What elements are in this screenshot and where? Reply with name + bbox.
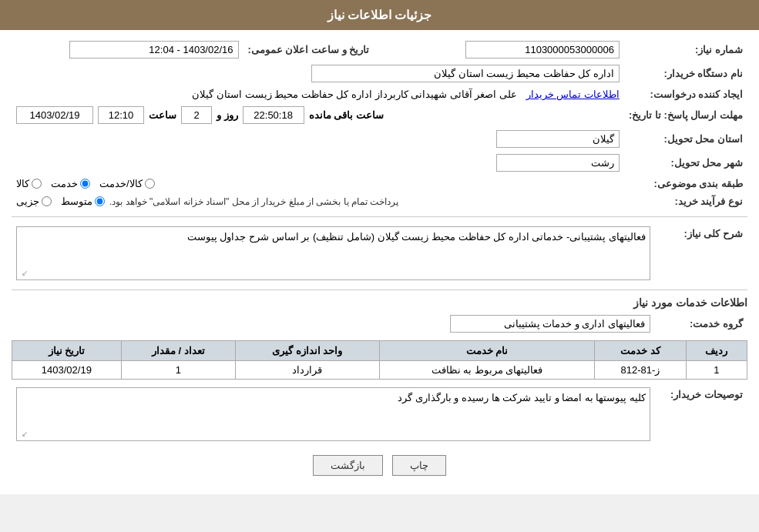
shahrTahvil-input: رشت: [496, 154, 620, 172]
tarikhErsal-mande-label: ساعت باقی مانده: [309, 109, 384, 121]
toosihat-label: توصیحات خریدار:: [655, 384, 747, 444]
sharhKoli-value: فعالیتهای پشتیبانی- خدماتی اداره کل حفاظ…: [12, 223, 655, 283]
cell-radif: 1: [686, 361, 747, 380]
grohe-table: گروه خدمت: فعالیتهای اداری و خدمات پشتیب…: [12, 312, 747, 336]
toosihat-value: کلیه پیوستها به امضا و تایید شرکت ها رسی…: [12, 384, 655, 444]
radio-kala-khedmat[interactable]: کالا/خدمت: [99, 178, 155, 189]
shomareNiaz-input: 1103000053000006: [465, 41, 620, 59]
noefarayand-note: پرداخت تمام یا بخشی از مبلغ خریدار از مح…: [109, 196, 398, 207]
namDastgah-value: اداره کل حفاظت محیط زیست استان گیلان: [12, 62, 624, 85]
row-shomareNiaz: شماره نیاز: 1103000053000006 تاریخ و ساع…: [12, 38, 747, 62]
col-nam: نام خدمت: [379, 341, 594, 361]
radio-motevaset-label: متوسط: [61, 196, 92, 207]
shomareNiaz-label: شماره نیاز:: [624, 38, 747, 62]
tarikhElam-value: 1403/02/16 - 12:04: [12, 38, 243, 62]
radio-kala-label: کالا: [16, 178, 29, 189]
row-ijadKonande: ایجاد کننده درخواست: اطلاعات تماس خریدار…: [12, 85, 747, 103]
toosihat-table: توصیحات خریدار: کلیه پیوستها به امضا و ت…: [12, 384, 747, 444]
tarikhErsal-rooz: 2: [181, 106, 212, 124]
cell-tarikh: 1403/02/19: [12, 361, 122, 380]
back-button[interactable]: بازگشت: [313, 455, 383, 476]
divider-1: [12, 216, 747, 217]
shahrTahvil-value: رشت: [12, 151, 624, 175]
etelaat-khedamat-title: اطلاعات خدمات مورد نیاز: [12, 296, 747, 309]
radio-kala[interactable]: کالا: [16, 178, 42, 189]
row-shahrTahvil: شهر محل تحویل: رشت: [12, 151, 747, 175]
sharhKoli-box: فعالیتهای پشتیبانی- خدماتی اداره کل حفاظ…: [16, 226, 650, 280]
divider-2: [12, 289, 747, 290]
page-header: جزئیات اطلاعات نیاز: [0, 0, 759, 30]
ijadKonande-label: ایجاد کننده درخواست:: [624, 85, 747, 103]
row-sharhKoli: شرح کلی نیاز: فعالیتهای پشتیبانی- خدماتی…: [12, 223, 747, 283]
sharhKoli-text: فعالیتهای پشتیبانی- خدماتی اداره کل حفاظ…: [187, 231, 646, 243]
tabaghe-label: طبقه بندی موضوعی:: [624, 175, 747, 192]
resize-handle-sharh[interactable]: ↙: [18, 269, 28, 278]
ostanTahvil-input: گیلان: [496, 130, 620, 148]
ijadKonande-value: اطلاعات تماس خریدار علی اصغر آقائی شهیدا…: [12, 85, 624, 103]
col-tedad: تعداد / مقدار: [121, 341, 235, 361]
ostanTahvil-value: گیلان: [12, 127, 624, 151]
col-kod: کد خدمت: [595, 341, 686, 361]
row-toosihat: توصیحات خریدار: کلیه پیوستها به امضا و ت…: [12, 384, 747, 444]
tarikhElam-input: 1403/02/16 - 12:04: [69, 41, 239, 59]
radio-motevaset[interactable]: متوسط: [61, 196, 105, 207]
tabaghe-radios: کالا/خدمت خدمت کالا: [12, 175, 624, 192]
table-header-row: ردیف کد خدمت نام خدمت واحد اندازه گیری ت…: [12, 341, 747, 361]
radio-jozi-label: جزیی: [16, 196, 39, 207]
noefarayand-label: نوع فرآیند خرید:: [624, 192, 747, 210]
row-noefarayand: نوع فرآیند خرید: پرداخت تمام یا بخشی از …: [12, 192, 747, 210]
print-button[interactable]: چاپ: [392, 455, 446, 476]
row-ostanTahvil: استان محل تحویل: گیلان: [12, 127, 747, 151]
tarikhErsal-saat: 12:10: [98, 106, 144, 124]
ijadKonande-text: علی اصغر آقائی شهیدانی کاربرداز اداره کل…: [192, 89, 517, 100]
resize-handle-toosihat[interactable]: ↙: [18, 430, 28, 439]
sharh-table: شرح کلی نیاز: فعالیتهای پشتیبانی- خدماتی…: [12, 223, 747, 283]
row-groheKhedmat: گروه خدمت: فعالیتهای اداری و خدمات پشتیب…: [12, 312, 747, 336]
tarikhErsal-label: مهلت ارسال پاسخ: تا تاریخ:: [624, 103, 747, 127]
shahrTahvil-label: شهر محل تحویل:: [624, 151, 747, 175]
groheKhedmat-input: فعالیتهای اداری و خدمات پشتیبانی: [450, 315, 650, 333]
radio-kala-khedmat-label: کالا/خدمت: [99, 178, 143, 189]
radio-jozi[interactable]: جزیی: [16, 196, 52, 207]
tarikhElam-label: تاریخ و ساعت اعلان عمومی:: [243, 38, 374, 62]
shomareNiaz-value: 1103000053000006: [412, 38, 624, 62]
cell-tedad: 1: [121, 361, 235, 380]
content-area: شماره نیاز: 1103000053000006 تاریخ و ساع…: [0, 30, 759, 494]
row-tarikhErsal: مهلت ارسال پاسخ: تا تاریخ: ساعت باقی مان…: [12, 103, 747, 127]
tarikhErsal-rooz-label: روز و: [217, 109, 238, 121]
cell-kod: ز-81-812: [595, 361, 686, 380]
table-row: 1ز-81-812فعالیتهای مربوط به نظافتقرارداد…: [12, 361, 747, 380]
col-tarikh: تاریخ نیاز: [12, 341, 122, 361]
tarikhErsal-date: 1403/02/19: [16, 106, 93, 124]
col-radif: ردیف: [686, 341, 747, 361]
main-info-table: شماره نیاز: 1103000053000006 تاریخ و ساع…: [12, 38, 747, 210]
cell-nam: فعالیتهای مربوط به نظافت: [379, 361, 594, 380]
toosihat-box: کلیه پیوستها به امضا و تایید شرکت ها رسی…: [16, 387, 650, 441]
radio-khedmat[interactable]: خدمت: [51, 178, 90, 189]
groheKhedmat-label: گروه خدمت:: [655, 312, 747, 336]
groheKhedmat-value: فعالیتهای اداری و خدمات پشتیبانی: [12, 312, 655, 336]
page-title: جزئیات اطلاعات نیاز: [327, 8, 432, 22]
ijadKonande-link[interactable]: اطلاعات تماس خریدار: [526, 89, 620, 100]
row-namDastgah: نام دستگاه خریدار: اداره کل حفاظت محیط ز…: [12, 62, 747, 85]
row-tabaghe: طبقه بندی موضوعی: کالا/خدمت خدمت: [12, 175, 747, 192]
namDastgah-label: نام دستگاه خریدار:: [624, 62, 747, 85]
button-row: چاپ بازگشت: [12, 455, 747, 476]
tarikhErsal-mande: 22:50:18: [243, 106, 304, 124]
cell-vahed: قرارداد: [235, 361, 379, 380]
ostanTahvil-label: استان محل تحویل:: [624, 127, 747, 151]
sharhKoli-label: شرح کلی نیاز:: [655, 223, 747, 283]
services-table: ردیف کد خدمت نام خدمت واحد اندازه گیری ت…: [12, 340, 747, 380]
noefarayand-value: پرداخت تمام یا بخشی از مبلغ خریدار از مح…: [12, 192, 624, 210]
tarikhErsal-saat-label: ساعت: [149, 109, 176, 121]
namDastgah-input: اداره کل حفاظت محیط زیست استان گیلان: [311, 65, 620, 82]
radio-khedmat-label: خدمت: [51, 178, 78, 189]
col-vahed: واحد اندازه گیری: [235, 341, 379, 361]
toosihat-text: کلیه پیوستها به امضا و تایید شرکت ها رسی…: [398, 392, 646, 403]
tarikhErsal-row: ساعت باقی مانده 22:50:18 روز و 2 ساعت 12…: [12, 103, 624, 127]
page-wrapper: جزئیات اطلاعات نیاز شماره نیاز: 11030000…: [0, 0, 759, 494]
